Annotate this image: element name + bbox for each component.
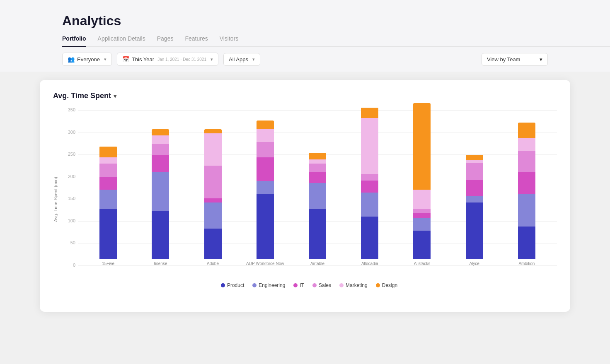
bar-segment-product	[204, 229, 222, 259]
grid-label: 250	[62, 152, 75, 157]
bar-segment-sales	[99, 164, 117, 176]
view-by-filter[interactable]: View by Team ▾	[482, 53, 548, 66]
bar-segment-sales	[361, 174, 378, 181]
bar-segment-engineering	[466, 196, 483, 203]
legend-item-marketing: Marketing	[339, 282, 368, 288]
bar-segment-marketing	[518, 138, 535, 151]
bar-segment-design	[413, 103, 431, 190]
bar-label: Airtable	[310, 261, 324, 266]
grid-label: 100	[62, 218, 75, 223]
legend-label: IT	[300, 282, 304, 288]
tab-application-details[interactable]: Application Details	[98, 35, 145, 47]
bar-segment-product	[99, 209, 117, 259]
bar-group: 6sense	[134, 129, 186, 266]
chart-area: Avg. Time Spent (min) 050100150200250300…	[53, 110, 557, 288]
y-axis-label: Avg. Time Spent (min)	[53, 177, 58, 222]
bar-segment-it	[309, 172, 326, 183]
stacked-bar	[413, 103, 431, 259]
bar-segment-design	[99, 147, 117, 157]
apps-chevron: ▾	[252, 57, 255, 62]
chart-container: 050100150200250300350 15Five6senseAdobeA…	[61, 110, 557, 276]
bar-segment-it	[413, 213, 431, 217]
chart-title-text: Avg. Time Spent	[53, 92, 111, 100]
bar-segment-product	[309, 209, 326, 259]
bar-segment-marketing	[413, 190, 431, 209]
tab-portfolio[interactable]: Portfolio	[62, 35, 86, 47]
bar-segment-sales	[518, 151, 535, 172]
bar-segment-marketing	[152, 135, 169, 144]
stacked-bar	[518, 123, 535, 259]
audience-chevron: ▾	[104, 57, 107, 62]
bar-segment-sales	[413, 209, 431, 213]
bar-label: Allocadia	[361, 261, 378, 266]
bar-segment-product	[413, 231, 431, 259]
bar-segment-marketing	[257, 129, 274, 142]
main-content: Avg. Time Spent ▾ Avg. Time Spent (min) …	[0, 72, 610, 320]
bar-segment-it	[99, 177, 117, 190]
legend-dot	[339, 283, 344, 287]
tab-features[interactable]: Features	[185, 35, 208, 47]
bar-segment-product	[361, 217, 378, 259]
stacked-bar	[361, 107, 378, 259]
bar-segment-engineering	[309, 183, 326, 209]
bar-segment-it	[518, 172, 535, 194]
bar-segment-design	[152, 129, 169, 136]
bar-label: 15Five	[102, 261, 114, 266]
bar-segment-marketing	[204, 133, 222, 166]
legend-dot	[293, 283, 298, 287]
bar-segment-design	[466, 155, 483, 159]
bar-segment-product	[518, 227, 535, 259]
bar-segment-sales	[257, 142, 274, 157]
bar-segment-design	[518, 123, 535, 138]
bar-segment-design	[361, 108, 378, 118]
grid-label: 350	[62, 107, 75, 112]
legend-label: Design	[382, 282, 397, 288]
bar-segment-marketing	[309, 159, 326, 164]
bar-group: Allstacks	[396, 103, 448, 266]
legend-dot	[312, 283, 317, 287]
bar-group: Airtable	[291, 153, 344, 266]
stacked-bar	[204, 129, 222, 259]
bar-segment-engineering	[518, 194, 535, 226]
bar-segment-engineering	[152, 172, 169, 211]
legend-item-design: Design	[376, 282, 397, 288]
chart-inner: 050100150200250300350 15Five6senseAdobeA…	[61, 110, 557, 288]
stacked-bar	[466, 155, 483, 259]
bar-label: Allstacks	[414, 261, 430, 266]
bar-segment-sales	[204, 166, 222, 198]
legend-dot	[221, 283, 225, 287]
header-area: Analytics PortfolioApplication DetailsPa…	[0, 0, 610, 47]
bar-segment-marketing	[99, 157, 117, 164]
bar-segment-design	[309, 153, 326, 159]
grid-label: 0	[62, 263, 75, 268]
date-chevron: ▾	[211, 57, 213, 62]
date-filter[interactable]: 📅 This Year Jan 1, 2021 - Dec 31 2021 ▾	[117, 53, 218, 66]
bar-segment-it	[204, 198, 222, 202]
legend-label: Product	[227, 282, 244, 288]
legend-label: Sales	[319, 282, 331, 288]
apps-filter[interactable]: All Apps ▾	[223, 53, 260, 66]
tabs-row: PortfolioApplication DetailsPagesFeature…	[62, 35, 610, 47]
bar-segment-it	[361, 181, 378, 193]
bar-segment-engineering	[99, 190, 117, 209]
audience-filter[interactable]: 👥 Everyone ▾	[62, 53, 112, 66]
grid-label: 50	[62, 240, 75, 245]
audience-label: Everyone	[77, 56, 100, 63]
legend-label: Engineering	[259, 282, 285, 288]
legend-row: ProductEngineeringITSalesMarketingDesign	[61, 282, 557, 288]
legend-label: Marketing	[346, 282, 368, 288]
bar-segment-sales	[466, 163, 483, 180]
date-label: This Year	[132, 56, 154, 63]
view-by-label: View by Team	[487, 56, 520, 63]
chart-title[interactable]: Avg. Time Spent ▾	[53, 92, 557, 100]
bar-group: Adobe	[186, 129, 239, 266]
stacked-bar	[309, 153, 326, 259]
legend-item-it: IT	[293, 282, 304, 288]
bar-label: Adobe	[207, 261, 219, 266]
bar-segment-marketing	[361, 118, 378, 174]
tab-pages[interactable]: Pages	[157, 35, 174, 47]
legend-item-engineering: Engineering	[252, 282, 285, 288]
bar-segment-engineering	[204, 202, 222, 229]
stacked-bar	[99, 146, 117, 259]
tab-visitors[interactable]: Visitors	[220, 35, 239, 47]
